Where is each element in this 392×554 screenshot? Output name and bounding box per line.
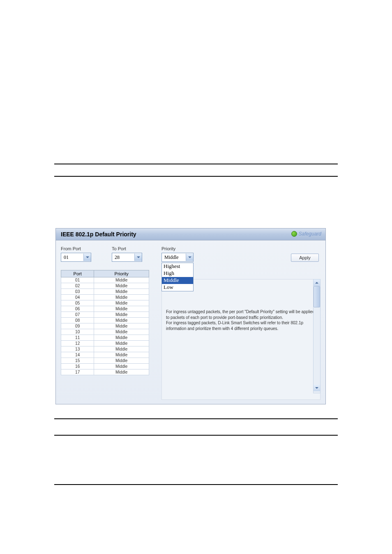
- port-cell: 02: [61, 283, 94, 289]
- table-row: 06Middle: [61, 306, 149, 312]
- from-port-label: From Port: [61, 246, 91, 251]
- table-row: 12Middle: [61, 341, 149, 346]
- to-port-label: To Port: [112, 246, 142, 251]
- priority-cell: Middle: [94, 335, 149, 341]
- table-row: 08Middle: [61, 318, 149, 323]
- priority-cell: Middle: [94, 364, 149, 369]
- port-cell: 10: [61, 329, 94, 335]
- priority-cell: Middle: [94, 306, 149, 312]
- divider: [54, 176, 338, 177]
- port-cell: 15: [61, 358, 94, 364]
- priority-cell: Middle: [94, 341, 149, 346]
- port-cell: 16: [61, 364, 94, 369]
- port-cell: 07: [61, 312, 94, 318]
- priority-cell: Middle: [94, 300, 149, 306]
- table-row: 16Middle: [61, 364, 149, 369]
- port-cell: 04: [61, 295, 94, 300]
- dropdown-option-low[interactable]: Low: [162, 284, 193, 291]
- priority-cell: Middle: [94, 352, 149, 358]
- chevron-down-icon: [83, 254, 91, 261]
- port-cell: 17: [61, 369, 94, 375]
- priority-cell: Middle: [94, 283, 149, 289]
- port-cell: 09: [61, 323, 94, 329]
- table-row: 15Middle: [61, 358, 149, 364]
- priority-cell: Middle: [94, 329, 149, 335]
- port-cell: 01: [61, 277, 94, 283]
- port-cell: 13: [61, 346, 94, 352]
- table-row: 01Middle: [61, 277, 149, 283]
- safeguard-label: Safeguard: [299, 231, 321, 237]
- table-row: 13Middle: [61, 346, 149, 352]
- priority-dropdown-list: Highest High Middle Low: [161, 263, 194, 291]
- priority-cell: Middle: [94, 346, 149, 352]
- table-row: 03Middle: [61, 289, 149, 295]
- scrollbar[interactable]: [313, 279, 321, 393]
- port-cell: 12: [61, 341, 94, 346]
- port-cell: 05: [61, 300, 94, 306]
- divider: [54, 418, 338, 419]
- to-port-select[interactable]: 28: [112, 253, 142, 262]
- port-cell: 08: [61, 318, 94, 323]
- priority-cell: Middle: [94, 277, 149, 283]
- config-panel: IEEE 802.1p Default Priority Safeguard F…: [55, 228, 326, 404]
- dropdown-option-high[interactable]: High: [162, 270, 193, 277]
- table-row: 02Middle: [61, 283, 149, 289]
- port-priority-table: Port Priority 01Middle02Middle03Middle04…: [61, 270, 149, 375]
- scroll-up-button[interactable]: [314, 279, 320, 286]
- page-title: IEEE 802.1p Default Priority: [61, 231, 136, 238]
- divider: [54, 435, 338, 436]
- divider: [54, 484, 338, 485]
- scroll-down-button[interactable]: [314, 385, 320, 391]
- table-row: 14Middle: [61, 352, 149, 358]
- scroll-track[interactable]: [314, 286, 320, 385]
- priority-cell: Middle: [94, 295, 149, 300]
- chevron-down-icon: [134, 254, 142, 261]
- table-row: 04Middle: [61, 295, 149, 300]
- port-cell: 14: [61, 352, 94, 358]
- priority-cell: Middle: [94, 312, 149, 318]
- table-header-priority: Priority: [94, 270, 149, 277]
- table-row: 10Middle: [61, 329, 149, 335]
- priority-cell: Middle: [94, 369, 149, 375]
- dropdown-option-highest[interactable]: Highest: [162, 263, 193, 270]
- title-bar: IEEE 802.1p Default Priority Safeguard: [56, 229, 325, 240]
- table-row: 11Middle: [61, 335, 149, 341]
- from-port-select[interactable]: 01: [61, 253, 91, 262]
- help-line-2: For ingress tagged packets, D-Link Smart…: [166, 320, 316, 331]
- help-line-1: For ingress untagged packets, the per po…: [166, 309, 316, 320]
- safeguard-icon: [291, 231, 297, 237]
- priority-cell: Middle: [94, 323, 149, 329]
- port-cell: 03: [61, 289, 94, 295]
- from-port-value: 01: [61, 254, 83, 261]
- table-row: 09Middle: [61, 323, 149, 329]
- priority-cell: Middle: [94, 318, 149, 323]
- dropdown-option-middle[interactable]: Middle: [162, 277, 193, 284]
- priority-label: Priority: [161, 246, 321, 251]
- priority-select[interactable]: Middle: [161, 253, 194, 262]
- table-row: 07Middle: [61, 312, 149, 318]
- safeguard-badge: Safeguard: [291, 231, 321, 237]
- port-cell: 11: [61, 335, 94, 341]
- help-text-panel: For ingress untagged packets, the per po…: [161, 279, 321, 400]
- priority-value: Middle: [162, 254, 186, 261]
- scroll-thumb[interactable]: [314, 286, 320, 307]
- priority-cell: Middle: [94, 289, 149, 295]
- table-row: 05Middle: [61, 300, 149, 306]
- port-cell: 06: [61, 306, 94, 312]
- chevron-down-icon: [186, 254, 193, 261]
- apply-button[interactable]: Apply: [291, 254, 319, 262]
- table-header-port: Port: [61, 270, 94, 277]
- table-row: 17Middle: [61, 369, 149, 375]
- divider: [54, 164, 338, 164]
- to-port-value: 28: [112, 254, 134, 261]
- priority-cell: Middle: [94, 358, 149, 364]
